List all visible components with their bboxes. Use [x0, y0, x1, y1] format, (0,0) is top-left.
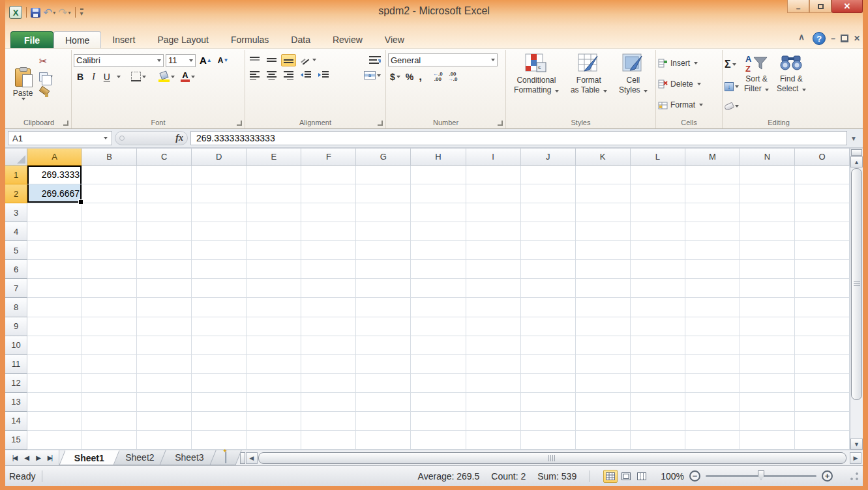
row-header-3[interactable]: 3	[5, 203, 27, 222]
cell-C10[interactable]	[137, 336, 192, 355]
cell-G4[interactable]	[356, 222, 411, 241]
workbook-restore-button[interactable]	[841, 35, 848, 42]
cell-O14[interactable]	[795, 412, 850, 431]
cell-O7[interactable]	[795, 279, 850, 298]
cell-L7[interactable]	[631, 279, 685, 298]
cell-A9[interactable]	[27, 317, 82, 336]
cell-J5[interactable]	[521, 241, 576, 260]
cell-M4[interactable]	[685, 222, 740, 241]
cell-E2[interactable]	[247, 184, 301, 203]
cell-H4[interactable]	[411, 222, 466, 241]
align-left-button[interactable]	[247, 69, 262, 81]
cell-I8[interactable]	[466, 298, 521, 317]
horizontal-scroll-thumb[interactable]	[258, 452, 846, 464]
cell-C5[interactable]	[137, 241, 192, 260]
cell-G5[interactable]	[356, 241, 411, 260]
scroll-right-button[interactable]: ▶	[850, 452, 861, 464]
decrease-indent-button[interactable]	[298, 69, 314, 81]
format-cells-button[interactable]: Format	[658, 100, 703, 109]
cell-D1[interactable]	[192, 166, 247, 184]
cell-F10[interactable]	[301, 336, 356, 355]
cell-H5[interactable]	[411, 241, 466, 260]
column-header-L[interactable]: L	[631, 149, 685, 166]
tab-review[interactable]: Review	[322, 31, 374, 48]
cell-M1[interactable]	[685, 166, 740, 184]
cell-M2[interactable]	[685, 184, 740, 203]
cell-I11[interactable]	[466, 355, 521, 374]
column-header-N[interactable]: N	[740, 149, 795, 166]
cell-I2[interactable]	[466, 184, 521, 203]
cell-B5[interactable]	[82, 241, 137, 260]
cell-I4[interactable]	[466, 222, 521, 241]
cell-N1[interactable]	[740, 166, 795, 184]
cell-O13[interactable]	[795, 393, 850, 412]
cell-I15[interactable]	[466, 431, 521, 450]
cell-C9[interactable]	[137, 317, 192, 336]
cell-J1[interactable]	[521, 166, 576, 184]
underline-dropdown[interactable]	[117, 76, 121, 78]
row-header-2[interactable]: 2	[5, 184, 27, 203]
cell-C12[interactable]	[137, 374, 192, 393]
cell-C3[interactable]	[137, 203, 192, 222]
cell-N13[interactable]	[740, 393, 795, 412]
cell-K8[interactable]	[576, 298, 631, 317]
cell-H10[interactable]	[411, 336, 466, 355]
tab-home[interactable]: Home	[53, 31, 101, 48]
cell-D6[interactable]	[192, 260, 247, 279]
cell-E4[interactable]	[247, 222, 301, 241]
vertical-scroll-track[interactable]	[851, 168, 862, 438]
cell-J6[interactable]	[521, 260, 576, 279]
cell-A14[interactable]	[27, 412, 82, 431]
resize-grip[interactable]	[850, 472, 859, 481]
cell-G2[interactable]	[356, 184, 411, 203]
cell-M13[interactable]	[685, 393, 740, 412]
cell-G13[interactable]	[356, 393, 411, 412]
last-sheet-button[interactable]: ▶|	[44, 454, 55, 461]
cell-K4[interactable]	[576, 222, 631, 241]
cell-B6[interactable]	[82, 260, 137, 279]
cell-H8[interactable]	[411, 298, 466, 317]
cell-G1[interactable]	[356, 166, 411, 184]
cell-D2[interactable]	[192, 184, 247, 203]
cell-A6[interactable]	[27, 260, 82, 279]
column-header-D[interactable]: D	[192, 149, 247, 166]
column-header-E[interactable]: E	[247, 149, 301, 166]
tab-formulas[interactable]: Formulas	[220, 31, 280, 48]
cell-K12[interactable]	[576, 374, 631, 393]
cell-K11[interactable]	[576, 355, 631, 374]
font-dialog-launcher[interactable]	[237, 121, 242, 126]
cell-K15[interactable]	[576, 431, 631, 450]
cell-K5[interactable]	[576, 241, 631, 260]
collapse-ribbon-icon[interactable]	[798, 36, 807, 42]
cell-L13[interactable]	[631, 393, 685, 412]
cell-D12[interactable]	[192, 374, 247, 393]
name-box[interactable]: A1	[8, 131, 112, 145]
cell-D4[interactable]	[192, 222, 247, 241]
percent-style-button[interactable]: %	[404, 70, 415, 83]
cell-J12[interactable]	[521, 374, 576, 393]
normal-view-button[interactable]	[603, 470, 618, 483]
cell-C15[interactable]	[137, 431, 192, 450]
cell-A5[interactable]	[27, 241, 82, 260]
zoom-out-button[interactable]: −	[689, 470, 700, 482]
cell-L8[interactable]	[631, 298, 685, 317]
cell-K6[interactable]	[576, 260, 631, 279]
row-header-9[interactable]: 9	[5, 317, 27, 336]
cell-A1[interactable]: 269.3333	[27, 166, 82, 184]
cell-O15[interactable]	[795, 431, 850, 450]
cell-J3[interactable]	[521, 203, 576, 222]
row-header-10[interactable]: 10	[5, 336, 27, 355]
increase-decimal-button[interactable]: ←.0.00	[431, 70, 445, 83]
cell-K10[interactable]	[576, 336, 631, 355]
cell-D15[interactable]	[192, 431, 247, 450]
cell-C4[interactable]	[137, 222, 192, 241]
cell-F9[interactable]	[301, 317, 356, 336]
cell-L6[interactable]	[631, 260, 685, 279]
cell-I10[interactable]	[466, 336, 521, 355]
cell-M8[interactable]	[685, 298, 740, 317]
row-header-12[interactable]: 12	[5, 374, 27, 393]
fill-button[interactable]: ↓	[725, 82, 739, 91]
cell-F14[interactable]	[301, 412, 356, 431]
cell-N15[interactable]	[740, 431, 795, 450]
row-header-1[interactable]: 1	[5, 166, 27, 184]
